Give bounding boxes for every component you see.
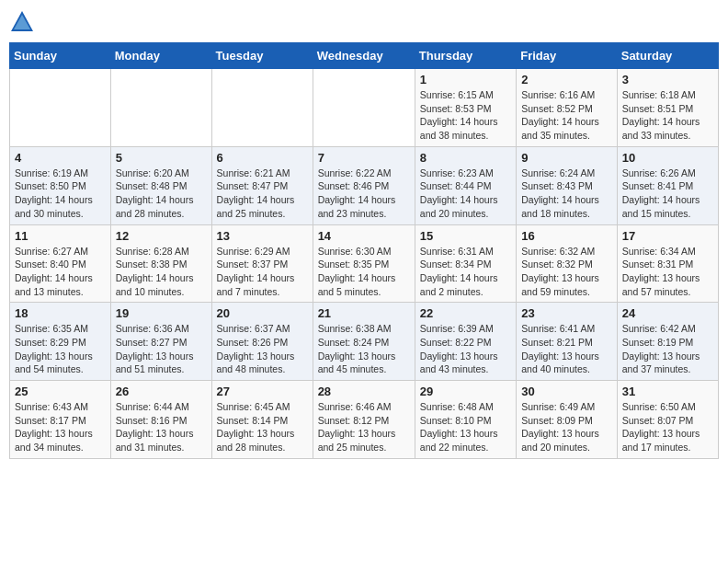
day-info: Sunrise: 6:29 AM Sunset: 8:37 PM Dayligh…: [217, 245, 308, 299]
day-info: Sunrise: 6:32 AM Sunset: 8:32 PM Dayligh…: [521, 245, 612, 299]
day-info: Sunrise: 6:44 AM Sunset: 8:16 PM Dayligh…: [116, 400, 207, 454]
calendar-cell: 2Sunrise: 6:16 AM Sunset: 8:52 PM Daylig…: [517, 69, 618, 147]
day-info: Sunrise: 6:19 AM Sunset: 8:50 PM Dayligh…: [15, 167, 106, 221]
day-info: Sunrise: 6:37 AM Sunset: 8:26 PM Dayligh…: [217, 322, 308, 376]
day-number: 21: [318, 306, 410, 320]
day-number: 26: [116, 385, 207, 398]
day-number: 2: [521, 73, 612, 86]
day-info: Sunrise: 6:49 AM Sunset: 8:09 PM Dayligh…: [521, 400, 612, 454]
day-number: 29: [420, 385, 511, 398]
day-info: Sunrise: 6:39 AM Sunset: 8:22 PM Dayligh…: [420, 322, 511, 376]
calendar-cell: 9Sunrise: 6:24 AM Sunset: 8:43 PM Daylig…: [517, 146, 618, 224]
day-info: Sunrise: 6:30 AM Sunset: 8:35 PM Dayligh…: [318, 245, 410, 299]
calendar-cell: [211, 69, 313, 147]
calendar-cell: 30Sunrise: 6:49 AM Sunset: 8:09 PM Dayli…: [517, 381, 618, 459]
calendar-cell: 13Sunrise: 6:29 AM Sunset: 8:37 PM Dayli…: [211, 224, 313, 303]
calendar-cell: 24Sunrise: 6:42 AM Sunset: 8:19 PM Dayli…: [617, 303, 718, 381]
day-number: 1: [420, 73, 511, 86]
day-number: 14: [318, 229, 410, 243]
page-header: [9, 9, 719, 35]
calendar-cell: 15Sunrise: 6:31 AM Sunset: 8:34 PM Dayli…: [415, 224, 516, 303]
day-info: Sunrise: 6:16 AM Sunset: 8:52 PM Dayligh…: [521, 88, 612, 143]
day-number: 7: [318, 151, 410, 165]
header-wednesday: Wednesday: [313, 43, 415, 69]
calendar-cell: 20Sunrise: 6:37 AM Sunset: 8:26 PM Dayli…: [211, 303, 313, 381]
calendar-cell: 17Sunrise: 6:34 AM Sunset: 8:31 PM Dayli…: [617, 224, 718, 303]
calendar-cell: 4Sunrise: 6:19 AM Sunset: 8:50 PM Daylig…: [10, 146, 111, 224]
day-number: 15: [420, 229, 511, 243]
logo-icon: [9, 9, 35, 35]
day-info: Sunrise: 6:48 AM Sunset: 8:10 PM Dayligh…: [420, 400, 511, 454]
logo: [9, 9, 39, 35]
calendar-cell: 3Sunrise: 6:18 AM Sunset: 8:51 PM Daylig…: [617, 69, 718, 147]
day-number: 8: [420, 151, 511, 165]
calendar-cell: 14Sunrise: 6:30 AM Sunset: 8:35 PM Dayli…: [313, 224, 415, 303]
calendar-header-row: SundayMondayTuesdayWednesdayThursdayFrid…: [10, 43, 719, 69]
day-number: 20: [217, 306, 308, 320]
day-number: 9: [521, 151, 612, 165]
day-number: 18: [15, 306, 106, 320]
calendar-cell: 18Sunrise: 6:35 AM Sunset: 8:29 PM Dayli…: [10, 303, 111, 381]
calendar-cell: 16Sunrise: 6:32 AM Sunset: 8:32 PM Dayli…: [517, 224, 618, 303]
calendar-cell: 31Sunrise: 6:50 AM Sunset: 8:07 PM Dayli…: [617, 381, 718, 459]
day-number: 24: [622, 306, 713, 320]
day-info: Sunrise: 6:15 AM Sunset: 8:53 PM Dayligh…: [420, 88, 511, 143]
calendar-week-row: 11Sunrise: 6:27 AM Sunset: 8:40 PM Dayli…: [10, 224, 719, 303]
calendar-cell: 21Sunrise: 6:38 AM Sunset: 8:24 PM Dayli…: [313, 303, 415, 381]
calendar-cell: 11Sunrise: 6:27 AM Sunset: 8:40 PM Dayli…: [10, 224, 111, 303]
day-info: Sunrise: 6:26 AM Sunset: 8:41 PM Dayligh…: [622, 167, 713, 221]
header-monday: Monday: [110, 43, 211, 69]
calendar-cell: 23Sunrise: 6:41 AM Sunset: 8:21 PM Dayli…: [517, 303, 618, 381]
day-number: 27: [217, 385, 308, 398]
calendar-week-row: 1Sunrise: 6:15 AM Sunset: 8:53 PM Daylig…: [10, 69, 719, 147]
day-info: Sunrise: 6:27 AM Sunset: 8:40 PM Dayligh…: [15, 245, 106, 299]
calendar-cell: 10Sunrise: 6:26 AM Sunset: 8:41 PM Dayli…: [617, 146, 718, 224]
day-number: 5: [116, 151, 207, 165]
calendar-week-row: 4Sunrise: 6:19 AM Sunset: 8:50 PM Daylig…: [10, 146, 719, 224]
calendar-week-row: 18Sunrise: 6:35 AM Sunset: 8:29 PM Dayli…: [10, 303, 719, 381]
day-info: Sunrise: 6:38 AM Sunset: 8:24 PM Dayligh…: [318, 322, 410, 376]
day-number: 16: [521, 229, 612, 243]
day-info: Sunrise: 6:24 AM Sunset: 8:43 PM Dayligh…: [521, 167, 612, 221]
calendar-cell: 1Sunrise: 6:15 AM Sunset: 8:53 PM Daylig…: [415, 69, 516, 147]
calendar-cell: 29Sunrise: 6:48 AM Sunset: 8:10 PM Dayli…: [415, 381, 516, 459]
calendar-cell: 28Sunrise: 6:46 AM Sunset: 8:12 PM Dayli…: [313, 381, 415, 459]
day-number: 23: [521, 306, 612, 320]
day-number: 25: [15, 385, 106, 398]
day-info: Sunrise: 6:31 AM Sunset: 8:34 PM Dayligh…: [420, 245, 511, 299]
day-number: 17: [622, 229, 713, 243]
calendar-cell: [110, 69, 211, 147]
header-tuesday: Tuesday: [211, 43, 313, 69]
day-info: Sunrise: 6:42 AM Sunset: 8:19 PM Dayligh…: [622, 322, 713, 376]
calendar-cell: 8Sunrise: 6:23 AM Sunset: 8:44 PM Daylig…: [415, 146, 516, 224]
header-thursday: Thursday: [415, 43, 516, 69]
day-number: 11: [15, 229, 106, 243]
day-number: 19: [116, 306, 207, 320]
calendar-cell: [313, 69, 415, 147]
day-info: Sunrise: 6:20 AM Sunset: 8:48 PM Dayligh…: [116, 167, 207, 221]
day-number: 22: [420, 306, 511, 320]
day-info: Sunrise: 6:21 AM Sunset: 8:47 PM Dayligh…: [217, 167, 308, 221]
day-number: 4: [15, 151, 106, 165]
calendar-cell: 12Sunrise: 6:28 AM Sunset: 8:38 PM Dayli…: [110, 224, 211, 303]
day-info: Sunrise: 6:36 AM Sunset: 8:27 PM Dayligh…: [116, 322, 207, 376]
calendar-cell: 27Sunrise: 6:45 AM Sunset: 8:14 PM Dayli…: [211, 381, 313, 459]
day-info: Sunrise: 6:22 AM Sunset: 8:46 PM Dayligh…: [318, 167, 410, 221]
day-number: 13: [217, 229, 308, 243]
calendar-cell: 5Sunrise: 6:20 AM Sunset: 8:48 PM Daylig…: [110, 146, 211, 224]
calendar-cell: 22Sunrise: 6:39 AM Sunset: 8:22 PM Dayli…: [415, 303, 516, 381]
day-info: Sunrise: 6:34 AM Sunset: 8:31 PM Dayligh…: [622, 245, 713, 299]
calendar-cell: 26Sunrise: 6:44 AM Sunset: 8:16 PM Dayli…: [110, 381, 211, 459]
day-number: 6: [217, 151, 308, 165]
calendar-cell: 7Sunrise: 6:22 AM Sunset: 8:46 PM Daylig…: [313, 146, 415, 224]
day-info: Sunrise: 6:18 AM Sunset: 8:51 PM Dayligh…: [622, 88, 713, 143]
day-info: Sunrise: 6:43 AM Sunset: 8:17 PM Dayligh…: [15, 400, 106, 454]
calendar-cell: 25Sunrise: 6:43 AM Sunset: 8:17 PM Dayli…: [10, 381, 111, 459]
day-info: Sunrise: 6:41 AM Sunset: 8:21 PM Dayligh…: [521, 322, 612, 376]
day-info: Sunrise: 6:23 AM Sunset: 8:44 PM Dayligh…: [420, 167, 511, 221]
day-number: 3: [622, 73, 713, 86]
day-number: 28: [318, 385, 410, 398]
day-info: Sunrise: 6:45 AM Sunset: 8:14 PM Dayligh…: [217, 400, 308, 454]
calendar-cell: 19Sunrise: 6:36 AM Sunset: 8:27 PM Dayli…: [110, 303, 211, 381]
day-number: 10: [622, 151, 713, 165]
